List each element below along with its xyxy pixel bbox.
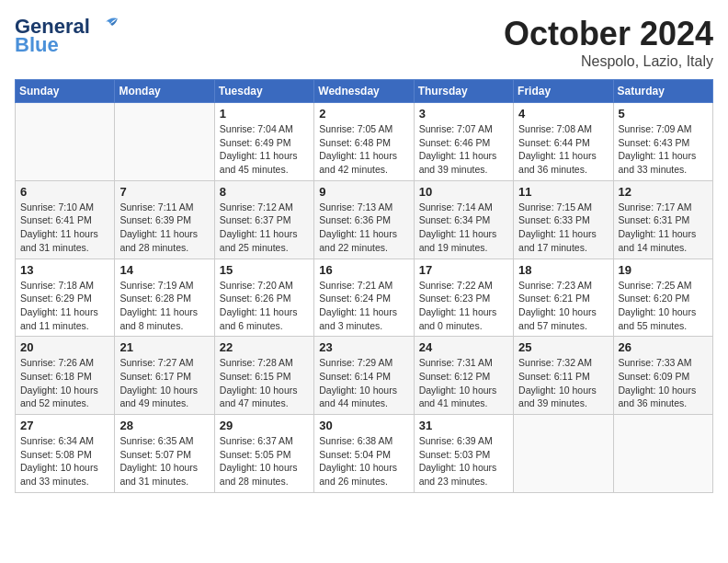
day-cell: 19Sunrise: 7:25 AM Sunset: 6:20 PM Dayli… bbox=[613, 259, 712, 337]
day-number: 19 bbox=[619, 263, 708, 277]
day-info: Sunrise: 7:15 AM Sunset: 6:33 PM Dayligh… bbox=[518, 201, 608, 255]
day-cell: 26Sunrise: 7:33 AM Sunset: 6:09 PM Dayli… bbox=[613, 337, 712, 415]
day-cell: 14Sunrise: 7:19 AM Sunset: 6:28 PM Dayli… bbox=[115, 259, 214, 337]
weekday-header-sunday: Sunday bbox=[16, 80, 115, 103]
day-number: 22 bbox=[220, 340, 309, 354]
logo: General Blue bbox=[15, 15, 119, 57]
day-info: Sunrise: 7:05 AM Sunset: 6:48 PM Dayligh… bbox=[319, 122, 408, 177]
day-number: 31 bbox=[419, 419, 508, 432]
weekday-header-thursday: Thursday bbox=[414, 80, 513, 103]
day-cell: 8Sunrise: 7:12 AM Sunset: 6:37 PM Daylig… bbox=[214, 180, 313, 259]
day-info: Sunrise: 7:18 AM Sunset: 6:29 PM Dayligh… bbox=[20, 279, 109, 333]
day-number: 16 bbox=[319, 263, 408, 277]
day-info: Sunrise: 6:38 AM Sunset: 5:04 PM Dayligh… bbox=[319, 434, 408, 488]
day-info: Sunrise: 6:34 AM Sunset: 5:08 PM Dayligh… bbox=[20, 434, 109, 488]
day-number: 5 bbox=[619, 107, 708, 121]
day-number: 8 bbox=[220, 185, 309, 199]
day-info: Sunrise: 7:13 AM Sunset: 6:36 PM Dayligh… bbox=[319, 201, 408, 255]
day-number: 26 bbox=[619, 340, 708, 354]
day-info: Sunrise: 7:25 AM Sunset: 6:20 PM Dayligh… bbox=[619, 279, 708, 333]
day-cell: 9Sunrise: 7:13 AM Sunset: 6:36 PM Daylig… bbox=[314, 180, 414, 259]
day-cell bbox=[613, 415, 712, 493]
day-number: 23 bbox=[319, 340, 408, 354]
day-number: 7 bbox=[119, 185, 209, 199]
day-info: Sunrise: 6:37 AM Sunset: 5:05 PM Dayligh… bbox=[220, 434, 309, 488]
weekday-header-wednesday: Wednesday bbox=[314, 80, 414, 103]
day-number: 30 bbox=[319, 419, 408, 432]
day-number: 27 bbox=[20, 419, 109, 432]
day-number: 3 bbox=[419, 107, 508, 121]
weekday-header-row: SundayMondayTuesdayWednesdayThursdayFrid… bbox=[16, 80, 713, 103]
weekday-header-monday: Monday bbox=[115, 80, 214, 103]
day-cell bbox=[115, 103, 214, 181]
day-info: Sunrise: 7:32 AM Sunset: 6:11 PM Dayligh… bbox=[518, 356, 608, 410]
day-cell: 1Sunrise: 7:04 AM Sunset: 6:49 PM Daylig… bbox=[214, 103, 313, 181]
title-block: October 2024 Nespolo, Lazio, Italy bbox=[504, 15, 713, 70]
day-number: 10 bbox=[419, 185, 508, 199]
day-info: Sunrise: 7:19 AM Sunset: 6:28 PM Dayligh… bbox=[119, 279, 209, 333]
day-info: Sunrise: 7:04 AM Sunset: 6:49 PM Dayligh… bbox=[220, 122, 309, 177]
day-cell: 29Sunrise: 6:37 AM Sunset: 5:05 PM Dayli… bbox=[214, 415, 313, 493]
day-info: Sunrise: 7:27 AM Sunset: 6:17 PM Dayligh… bbox=[119, 356, 209, 410]
day-info: Sunrise: 7:12 AM Sunset: 6:37 PM Dayligh… bbox=[220, 201, 309, 255]
day-cell bbox=[514, 415, 613, 493]
day-number: 11 bbox=[518, 185, 608, 199]
day-number: 29 bbox=[220, 419, 309, 432]
page-header: General Blue October 2024 Nespolo, Lazio… bbox=[15, 15, 713, 70]
day-cell: 23Sunrise: 7:29 AM Sunset: 6:14 PM Dayli… bbox=[314, 337, 414, 415]
day-cell: 15Sunrise: 7:20 AM Sunset: 6:26 PM Dayli… bbox=[214, 259, 313, 337]
day-cell: 24Sunrise: 7:31 AM Sunset: 6:12 PM Dayli… bbox=[414, 337, 513, 415]
day-cell: 25Sunrise: 7:32 AM Sunset: 6:11 PM Dayli… bbox=[514, 337, 613, 415]
day-info: Sunrise: 7:20 AM Sunset: 6:26 PM Dayligh… bbox=[220, 279, 309, 333]
day-number: 9 bbox=[319, 185, 408, 199]
day-number: 15 bbox=[220, 263, 309, 277]
day-info: Sunrise: 7:33 AM Sunset: 6:09 PM Dayligh… bbox=[619, 356, 708, 410]
day-number: 2 bbox=[319, 107, 408, 121]
day-info: Sunrise: 7:22 AM Sunset: 6:23 PM Dayligh… bbox=[419, 279, 508, 333]
day-cell: 2Sunrise: 7:05 AM Sunset: 6:48 PM Daylig… bbox=[314, 103, 414, 181]
day-cell: 18Sunrise: 7:23 AM Sunset: 6:21 PM Dayli… bbox=[514, 259, 613, 337]
day-cell: 7Sunrise: 7:11 AM Sunset: 6:39 PM Daylig… bbox=[115, 180, 214, 259]
day-info: Sunrise: 7:26 AM Sunset: 6:18 PM Dayligh… bbox=[20, 356, 109, 410]
day-info: Sunrise: 6:39 AM Sunset: 5:03 PM Dayligh… bbox=[419, 434, 508, 488]
day-cell: 12Sunrise: 7:17 AM Sunset: 6:31 PM Dayli… bbox=[613, 180, 712, 259]
day-number: 12 bbox=[619, 185, 708, 199]
day-cell: 10Sunrise: 7:14 AM Sunset: 6:34 PM Dayli… bbox=[414, 180, 513, 259]
day-number: 1 bbox=[220, 107, 309, 121]
day-number: 28 bbox=[119, 419, 209, 432]
week-row-1: 1Sunrise: 7:04 AM Sunset: 6:49 PM Daylig… bbox=[16, 103, 713, 181]
location-title: Nespolo, Lazio, Italy bbox=[504, 53, 713, 70]
day-cell: 20Sunrise: 7:26 AM Sunset: 6:18 PM Dayli… bbox=[16, 337, 115, 415]
day-number: 13 bbox=[20, 263, 109, 277]
month-title: October 2024 bbox=[504, 15, 713, 53]
weekday-header-tuesday: Tuesday bbox=[214, 80, 313, 103]
day-cell: 6Sunrise: 7:10 AM Sunset: 6:41 PM Daylig… bbox=[16, 180, 115, 259]
day-cell: 31Sunrise: 6:39 AM Sunset: 5:03 PM Dayli… bbox=[414, 415, 513, 493]
day-info: Sunrise: 7:23 AM Sunset: 6:21 PM Dayligh… bbox=[518, 279, 608, 333]
day-info: Sunrise: 7:08 AM Sunset: 6:44 PM Dayligh… bbox=[518, 122, 608, 177]
day-cell: 17Sunrise: 7:22 AM Sunset: 6:23 PM Dayli… bbox=[414, 259, 513, 337]
day-info: Sunrise: 7:17 AM Sunset: 6:31 PM Dayligh… bbox=[619, 201, 708, 255]
week-row-2: 6Sunrise: 7:10 AM Sunset: 6:41 PM Daylig… bbox=[16, 180, 713, 259]
day-number: 25 bbox=[518, 340, 608, 354]
day-number: 24 bbox=[419, 340, 508, 354]
day-number: 6 bbox=[20, 185, 109, 199]
day-info: Sunrise: 7:07 AM Sunset: 6:46 PM Dayligh… bbox=[419, 122, 508, 177]
day-cell: 30Sunrise: 6:38 AM Sunset: 5:04 PM Dayli… bbox=[314, 415, 414, 493]
day-cell: 13Sunrise: 7:18 AM Sunset: 6:29 PM Dayli… bbox=[16, 259, 115, 337]
day-cell: 3Sunrise: 7:07 AM Sunset: 6:46 PM Daylig… bbox=[414, 103, 513, 181]
day-info: Sunrise: 6:35 AM Sunset: 5:07 PM Dayligh… bbox=[119, 434, 209, 488]
week-row-4: 20Sunrise: 7:26 AM Sunset: 6:18 PM Dayli… bbox=[16, 337, 713, 415]
day-info: Sunrise: 7:31 AM Sunset: 6:12 PM Dayligh… bbox=[419, 356, 508, 410]
day-info: Sunrise: 7:21 AM Sunset: 6:24 PM Dayligh… bbox=[319, 279, 408, 333]
day-info: Sunrise: 7:28 AM Sunset: 6:15 PM Dayligh… bbox=[220, 356, 309, 410]
weekday-header-saturday: Saturday bbox=[613, 80, 712, 103]
day-info: Sunrise: 7:14 AM Sunset: 6:34 PM Dayligh… bbox=[419, 201, 508, 255]
day-number: 14 bbox=[119, 263, 209, 277]
day-number: 18 bbox=[518, 263, 608, 277]
day-number: 4 bbox=[518, 107, 608, 121]
weekday-header-friday: Friday bbox=[514, 80, 613, 103]
day-number: 17 bbox=[419, 263, 508, 277]
day-cell: 21Sunrise: 7:27 AM Sunset: 6:17 PM Dayli… bbox=[115, 337, 214, 415]
day-info: Sunrise: 7:10 AM Sunset: 6:41 PM Dayligh… bbox=[20, 201, 109, 255]
